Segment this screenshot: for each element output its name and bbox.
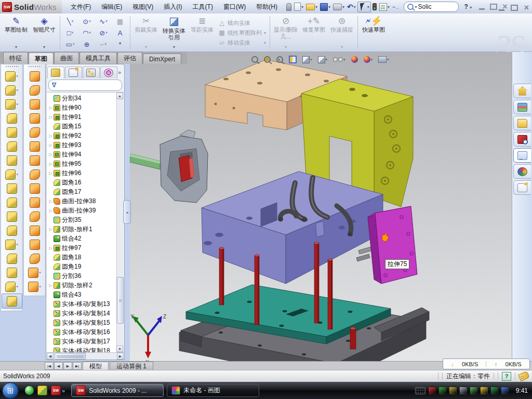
volume-icon[interactable] xyxy=(459,387,467,394)
dropdown-icon[interactable]: ▾ xyxy=(72,19,74,23)
tab-motion-study[interactable]: 运动算例 1 xyxy=(110,362,153,370)
tree-item[interactable]: ▷拉伸96 xyxy=(47,168,117,178)
save-button[interactable]: ▾ xyxy=(319,3,331,11)
tree-item[interactable]: ▷曲面-拉伸38 xyxy=(47,196,117,206)
expand-icon[interactable]: ▷ xyxy=(48,115,54,119)
extruded-cut-button[interactable]: ▾ xyxy=(2,83,22,97)
convert-entities-button[interactable]: 转换实体引用 ▾ xyxy=(160,15,188,50)
dropdown-icon[interactable]: ▾ xyxy=(39,285,41,289)
tree-item[interactable]: 圆角16 xyxy=(47,178,117,187)
knit-surface-button[interactable] xyxy=(25,251,45,265)
dropdown-icon[interactable]: ▾ xyxy=(16,285,18,289)
menu-window[interactable]: 窗口(W) xyxy=(219,1,250,13)
dropdown-icon[interactable]: ▾ xyxy=(315,5,317,9)
next-tab-button[interactable]: ▶ xyxy=(63,362,72,370)
smart-dimension-button[interactable]: ◈ 智能尺寸 ▾ xyxy=(30,15,58,50)
expand-icon[interactable]: ▷ xyxy=(48,152,54,157)
ruled-surface-button[interactable] xyxy=(25,167,45,181)
menu-insert[interactable]: 插入(I) xyxy=(159,1,187,13)
reference-geometry-button[interactable]: ▾ xyxy=(2,237,22,251)
search-input[interactable]: Solic xyxy=(418,3,432,10)
display-delete-relations-button[interactable]: ⊘ 显示/删除几... ▾ xyxy=(272,15,300,50)
draft-button[interactable] xyxy=(2,139,22,153)
line-button[interactable]: ╲▾ xyxy=(62,16,78,27)
expand-icon[interactable]: ▷ xyxy=(48,208,54,213)
dropdown-icon[interactable]: ▾ xyxy=(342,5,344,9)
solidworks-resources-button[interactable] xyxy=(513,84,531,98)
tree-item[interactable]: ▷拉伸90 xyxy=(47,103,117,112)
dropdown-icon[interactable]: ▾ xyxy=(16,102,18,107)
tree-item[interactable]: 实体-移动/复制17 xyxy=(47,337,117,346)
section-view-button[interactable] xyxy=(288,55,298,64)
rectangle-button[interactable]: □▾ xyxy=(62,27,78,38)
scroll-right-button[interactable]: ▶ xyxy=(117,353,124,360)
menu-file[interactable]: 文件(F) xyxy=(66,1,96,13)
dropdown-icon[interactable]: ▾ xyxy=(89,19,91,23)
scrollbar-thumb[interactable] xyxy=(117,277,124,324)
dropdown-icon[interactable]: ▾ xyxy=(16,243,18,247)
tree-item[interactable]: ▷拉伸91 xyxy=(47,112,117,122)
updates-blocked-icon[interactable] xyxy=(501,387,509,394)
hide-show-items-button[interactable]: ▾ xyxy=(332,56,347,63)
zoom-area-button[interactable] xyxy=(263,55,272,64)
spline-button[interactable]: ∿▾ xyxy=(95,16,112,27)
tree-item[interactable]: ▷拉伸93 xyxy=(47,140,117,150)
tab-模具工具[interactable]: 模具工具 xyxy=(79,52,117,64)
dropdown-icon[interactable]: ▾ xyxy=(343,58,345,62)
linear-sketch-pattern-button[interactable]: ▦线性草图阵列▾ xyxy=(218,29,266,37)
network-status-icon[interactable] xyxy=(470,387,477,394)
offset-entities-button[interactable]: ≣ 等距实体 xyxy=(188,15,216,50)
appearances-scenes-button[interactable] xyxy=(513,164,531,179)
model-canvas[interactable]: Y Z X xyxy=(130,52,512,361)
scrollbar-thumb[interactable] xyxy=(55,353,86,360)
last-tab-button[interactable]: ▶| xyxy=(73,362,82,370)
dropdown-icon[interactable]: ▾ xyxy=(371,58,373,62)
revolved-surface-button[interactable] xyxy=(25,83,45,97)
surface-curves-button[interactable]: ▾ xyxy=(25,280,45,294)
menu-view[interactable]: 视图(V) xyxy=(128,1,158,13)
dropdown-icon[interactable]: ▾ xyxy=(105,31,108,35)
tree-item[interactable]: 组合42 xyxy=(47,234,117,243)
mirror-entities-button[interactable]: △镜向实体 xyxy=(218,19,266,27)
scroll-down-button[interactable]: ▼ xyxy=(116,345,123,352)
prev-tab-button[interactable]: ◀ xyxy=(54,362,63,370)
scroll-up-button[interactable]: ▲ xyxy=(116,92,123,99)
dropdown-icon[interactable]: ▾ xyxy=(326,58,328,62)
point-button[interactable]: * xyxy=(112,38,128,50)
rapid-sketch-button[interactable]: 🗲⚡ 快速草图 xyxy=(360,15,388,50)
taskbar-button-paint[interactable]: 未命名 - 画图 xyxy=(167,384,259,397)
arc-button[interactable]: ◠▾ xyxy=(78,27,95,38)
zoom-fit-button[interactable] xyxy=(250,55,259,64)
expand-icon[interactable]: ▷ xyxy=(48,227,54,232)
file-explorer-button[interactable] xyxy=(513,116,531,130)
solidworks-search-button[interactable] xyxy=(513,132,531,147)
tree-horizontal-scrollbar[interactable]: ◀ ▶ xyxy=(47,352,124,360)
more-tabs-icon[interactable]: » xyxy=(118,69,123,75)
quick-launch-expand-icon[interactable]: » xyxy=(62,388,65,394)
dropdown-icon[interactable]: ▾ xyxy=(39,271,41,275)
dropdown-icon[interactable]: ▾ xyxy=(388,5,390,9)
tree-item[interactable]: ▷切除-放样1 xyxy=(47,224,117,234)
tag-icon[interactable] xyxy=(518,371,530,382)
propertymanager-tab[interactable] xyxy=(65,66,82,78)
tree-item[interactable]: ▷拉伸95 xyxy=(47,159,117,168)
extruded-surface-button[interactable] xyxy=(25,69,45,83)
shell-button[interactable] xyxy=(2,125,22,139)
slot-button[interactable]: ▭▾ xyxy=(62,38,78,50)
restore-button[interactable] xyxy=(490,4,497,10)
fillet-sketch-button[interactable]: ⌐▾ xyxy=(95,38,112,50)
expand-icon[interactable]: ▷ xyxy=(48,162,54,166)
doc-close-button[interactable]: × xyxy=(524,4,529,11)
tree-item[interactable]: 实体-移动/复制16 xyxy=(47,327,117,337)
display-style-button[interactable]: ▾ xyxy=(317,55,329,64)
suite-icon[interactable] xyxy=(37,385,47,395)
view-palette-button[interactable] xyxy=(513,148,531,163)
tree-item[interactable]: ▷拉伸92 xyxy=(47,131,117,140)
select-cursor-button[interactable]: ▾ xyxy=(357,2,371,12)
doc-restore-button[interactable] xyxy=(511,5,518,11)
extruded-boss-button[interactable]: ▾ xyxy=(2,69,22,83)
dropdown-icon[interactable]: ▾ xyxy=(328,5,330,9)
tree-item[interactable]: 实体-移动/复制15 xyxy=(47,318,117,327)
offset-surface-button[interactable] xyxy=(25,139,45,153)
filled-surface-button[interactable] xyxy=(25,181,45,195)
